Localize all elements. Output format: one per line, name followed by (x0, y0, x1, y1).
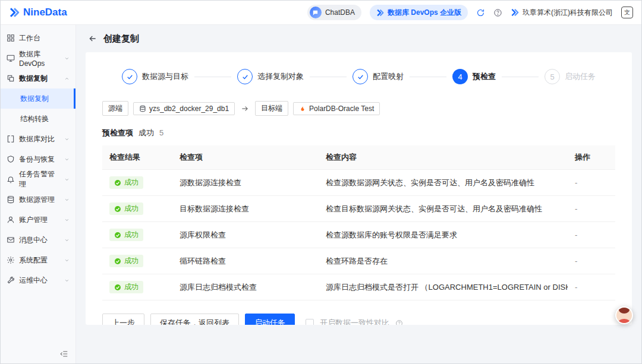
sidebar-item-task-alert[interactable]: 任务告警管理 (1, 169, 75, 189)
help-icon[interactable] (493, 8, 502, 17)
table-row: 成功 源数据源连接检查 检查源数据源网关状态、实例是否可达、用户名及密码准确性 … (102, 170, 615, 196)
step-connector (194, 77, 231, 77)
sidebar-label: 结构转换 (20, 114, 49, 124)
check-item: 源数据源连接检查 (172, 170, 319, 196)
step-check-icon (122, 69, 137, 84)
step-label: 选择复制对象 (257, 71, 304, 82)
workbench-icon (7, 34, 15, 42)
sidebar-item-ops-center[interactable]: 运维中心 (1, 270, 75, 290)
start-task-button[interactable]: 启动任务 (245, 314, 295, 325)
save-return-button[interactable]: 保存任务，返回列表 (150, 314, 239, 325)
check-item: 循环链路检查 (172, 248, 319, 274)
sidebar-item-account-mgmt[interactable]: 账户管理 (1, 210, 75, 230)
language-toggle-icon[interactable]: 文 (621, 7, 633, 18)
col-header-content: 检查内容 (319, 145, 568, 170)
precheck-success-count: 5 (159, 128, 163, 137)
step-connector (310, 77, 347, 77)
bell-icon (7, 175, 15, 183)
check-content: 检查源数据源网关状态、实例是否可达、用户名及密码准确性 (319, 170, 568, 196)
precheck-title: 预检查项 (102, 128, 133, 138)
table-row: 成功 循环链路检查 检查环路是否存在 - (102, 248, 615, 274)
consistency-help-icon[interactable] (395, 319, 403, 325)
sidebar-label: 账户管理 (19, 215, 48, 225)
step-check-icon (237, 69, 253, 84)
sidebar-label: 系统配置 (19, 255, 48, 265)
sidebar-item-devops[interactable]: 数据库 DevOps (1, 48, 75, 68)
chevron-down-icon (64, 197, 70, 202)
sidebar-item-data-replication[interactable]: 数据复制 (1, 88, 75, 109)
precheck-success-label: 成功 (139, 128, 154, 138)
back-arrow-icon[interactable] (88, 34, 97, 43)
chevron-down-icon (64, 258, 70, 263)
sidebar-item-db-compare[interactable]: 数据库对比 (1, 129, 75, 149)
sidebar-footer (1, 344, 75, 363)
sidebar-label: 消息中心 (19, 235, 48, 245)
support-avatar[interactable] (615, 306, 633, 324)
chatdba-button[interactable]: ChatDBA (307, 5, 361, 20)
sidebar-item-replication[interactable]: 数据复制 (1, 68, 75, 88)
polardb-flame-icon (299, 105, 306, 112)
step-start-task: 5 启动任务 (545, 69, 596, 84)
page-title: 创建复制 (103, 33, 139, 45)
step-label: 数据源与目标 (142, 71, 188, 82)
operation-cell: - (568, 170, 615, 196)
sidebar-item-message-center[interactable]: 消息中心 (1, 230, 75, 250)
refresh-icon[interactable] (476, 8, 485, 17)
step-number: 5 (545, 69, 560, 84)
gear-icon (7, 256, 15, 264)
operation-cell: - (568, 248, 615, 274)
mail-icon (7, 236, 15, 244)
replication-icon (7, 74, 15, 83)
topbar: NineData ChatDBA 数据库 DevOps 企业版 (1, 1, 641, 25)
chevron-down-icon (64, 157, 70, 162)
sidebar-label: 数据库 DevOps (19, 49, 60, 68)
step-mapping: 配置映射 (353, 69, 404, 84)
sidebar-item-system-config[interactable]: 系统配置 (1, 250, 75, 270)
brand-logo[interactable]: NineData (9, 7, 67, 18)
endpoints-row: 源端 yzs_db2_docker_29_db1 目标端 (102, 101, 615, 116)
status-badge: 成功 (109, 202, 143, 215)
previous-step-button[interactable]: 上一步 (102, 314, 144, 325)
target-tag: 目标端 (255, 101, 288, 116)
chevron-down-icon (64, 56, 70, 61)
table-row: 成功 目标数据源连接检查 检查目标数据源网关状态、实例是否可达、用户名及密码准确… (102, 196, 615, 222)
operation-cell: - (568, 222, 615, 248)
stepper: 数据源与目标 选择复制对象 配置映射 (102, 69, 615, 84)
chatdba-label: ChatDBA (325, 8, 355, 17)
database-icon (7, 195, 15, 204)
chevron-down-icon (64, 177, 70, 182)
product-switcher[interactable]: 数据库 DevOps 企业版 (370, 5, 468, 20)
source-endpoint: yzs_db2_docker_29_db1 (133, 102, 235, 115)
check-item: 源库日志归档模式检查 (172, 274, 319, 300)
sidebar-item-datasource-mgmt[interactable]: 数据源管理 (1, 189, 75, 210)
consistency-checkbox[interactable] (306, 319, 314, 325)
step-select-objects: 选择复制对象 (237, 69, 304, 84)
org-switcher[interactable]: 玖章算术(浙江)科技有限公司 (511, 8, 613, 18)
step-connector (410, 77, 446, 77)
col-header-operation: 操作 (568, 145, 615, 170)
step-number: 4 (452, 69, 468, 84)
chatdba-icon (310, 7, 322, 18)
step-check-icon (353, 69, 368, 84)
step-label: 配置映射 (373, 71, 404, 82)
page-header: 创建复制 (76, 25, 641, 52)
check-item: 源库权限检查 (172, 222, 319, 248)
sidebar-collapse-icon[interactable] (60, 350, 68, 358)
chevron-up-icon (64, 76, 70, 81)
chevron-down-icon (64, 217, 70, 223)
source-name: yzs_db2_docker_29_db1 (149, 105, 229, 113)
sidebar-label: 运维中心 (19, 276, 48, 286)
chevron-down-icon (64, 238, 70, 243)
status-text: 成功 (124, 282, 139, 292)
sidebar-item-backup-restore[interactable]: 备份与恢复 (1, 149, 75, 169)
step-source-target: 数据源与目标 (122, 69, 188, 84)
check-content: 检查目标数据源网关状态、实例是否可达、用户名及密码准确性 (319, 196, 568, 222)
sidebar-item-structure-convert[interactable]: 结构转换 (1, 109, 75, 129)
step-label: 启动任务 (565, 71, 596, 82)
status-text: 成功 (124, 256, 139, 266)
sidebar-item-workbench[interactable]: 工作台 (1, 28, 75, 48)
check-content: 检查源数据库的账号权限是否满足要求 (319, 222, 568, 248)
operation-cell: - (568, 196, 615, 222)
status-text: 成功 (124, 178, 139, 188)
sidebar: 工作台 数据库 DevOps 数据复制 数据复制 结构转换 (1, 25, 76, 363)
